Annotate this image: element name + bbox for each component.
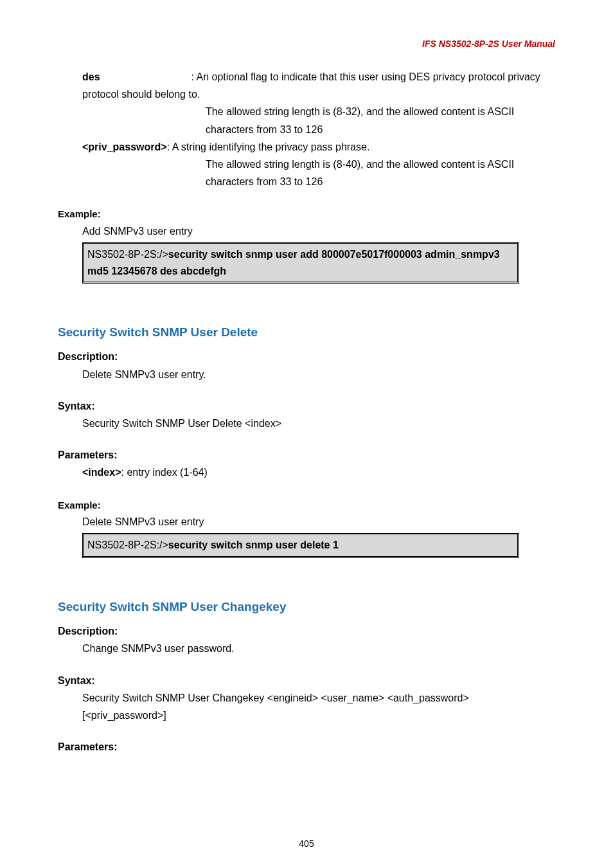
param-des: des : An optional flag to indicate that …	[82, 68, 555, 103]
param-index: <index>: entry index (1-64)	[82, 464, 555, 481]
parameters-label-a: Parameters:	[58, 446, 555, 464]
page-number: 405	[0, 838, 613, 849]
param-priv-password-desc: : A string identifying the privacy pass …	[167, 141, 370, 152]
param-index-term: <index>	[82, 467, 121, 478]
parameters-label-b: Parameters:	[58, 738, 555, 755]
heading-snmp-user-changekey: Security Switch SNMP User Changekey	[58, 597, 555, 617]
syntax-label-b: Syntax:	[58, 672, 555, 689]
example-2-desc: Delete SNMPv3 user entry	[82, 513, 555, 530]
description-b: Change SNMPv3 user password.	[82, 640, 555, 657]
param-des-note: The allowed string length is (8-32), and…	[206, 103, 555, 138]
code-2-cmd: security switch snmp user delete 1	[168, 539, 339, 550]
heading-snmp-user-delete: Security Switch SNMP User Delete	[58, 322, 555, 343]
example-label-2: Example:	[58, 497, 555, 514]
param-priv-password-note: The allowed string length is (8-40), and…	[206, 156, 555, 190]
example-label-1: Example:	[58, 206, 555, 222]
code-box-1: NS3502-8P-2S:/>security switch snmp user…	[82, 242, 519, 284]
param-priv-password: <priv_password>: A string identifying th…	[82, 138, 555, 156]
code-box-2: NS3502-8P-2S:/>security switch snmp user…	[82, 533, 519, 558]
page-header: IFS NS3502-8P-2S User Manual	[58, 39, 555, 49]
example-1-desc: Add SNMPv3 user entry	[82, 222, 555, 240]
syntax-a: Security Switch SNMP User Delete <index>	[82, 415, 555, 432]
param-des-term: des	[82, 68, 188, 86]
param-priv-password-term: <priv_password>	[82, 141, 167, 152]
syntax-label-a: Syntax:	[58, 397, 555, 415]
syntax-b: Security Switch SNMP User Changekey <eng…	[82, 689, 555, 724]
code-1-prefix: NS3502-8P-2S:/>	[87, 249, 168, 260]
param-index-desc: : entry index (1-64)	[121, 467, 207, 478]
description-a: Delete SNMPv3 user entry.	[82, 366, 555, 383]
description-label-b: Description:	[58, 622, 555, 640]
code-2-prefix: NS3502-8P-2S:/>	[87, 539, 168, 550]
description-label-a: Description:	[58, 348, 555, 365]
